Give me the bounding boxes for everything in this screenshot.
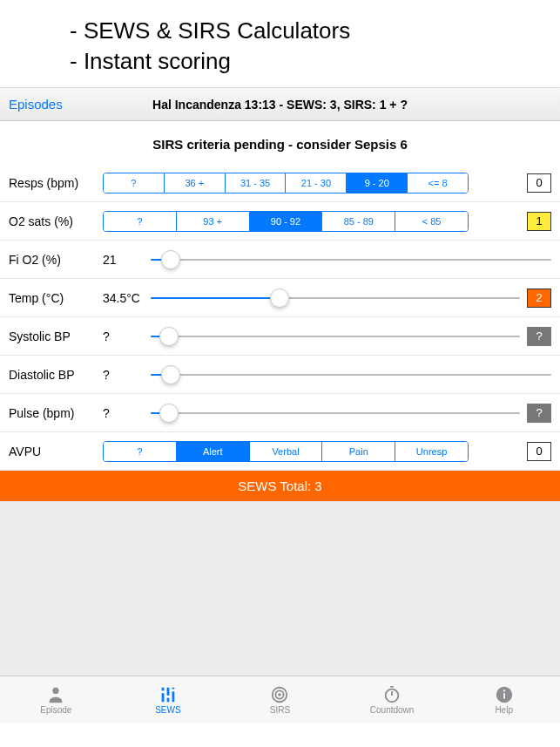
row-pulse: Pulse (bpm) ? ? (0, 394, 560, 432)
seg-option[interactable]: 31 - 35 (226, 173, 287, 193)
slider-thumb[interactable] (161, 365, 180, 384)
seg-option[interactable]: 36 + (165, 173, 226, 193)
temp-label: Temp (°C) (9, 291, 103, 305)
total-bar: SEWS Total: 3 (0, 471, 560, 501)
seg-option[interactable]: 9 - 20 (347, 173, 408, 193)
tab-help[interactable]: Help (448, 676, 560, 723)
tab-label: Help (495, 705, 513, 715)
seg-option[interactable]: <= 8 (408, 173, 468, 193)
svg-point-13 (503, 689, 504, 691)
svg-rect-4 (160, 690, 165, 693)
seg-option[interactable]: ? (104, 173, 165, 193)
avpu-score: 0 (527, 442, 551, 461)
tab-countdown[interactable]: Countdown (336, 676, 449, 723)
diastolic-value: ? (103, 368, 151, 382)
pulse-slider[interactable] (151, 403, 520, 424)
row-diastolic: Diastolic BP ? (0, 356, 560, 394)
tab-label: SEWS (155, 705, 180, 715)
tab-sews[interactable]: SEWS (112, 676, 225, 723)
alert-text: SIRS criteria pending - consider Sepsis … (0, 133, 560, 164)
seg-option[interactable]: < 85 (395, 212, 468, 231)
back-button[interactable]: Episodes (9, 97, 63, 112)
fio2-label: Fi O2 (%) (9, 253, 103, 267)
o2-segmented[interactable]: ?93 +90 - 9285 - 89< 85 (103, 211, 469, 232)
pulse-label: Pulse (bpm) (9, 406, 103, 420)
promo-block: - SEWS & SIRS Calculators - Instant scor… (0, 0, 560, 87)
resps-label: Resps (bpm) (9, 176, 103, 190)
app-frame: Episodes Hal Incandenza 13:13 - SEWS: 3,… (0, 87, 560, 723)
fio2-value: 21 (103, 253, 151, 267)
tab-label: Episode (40, 705, 71, 715)
slider-thumb[interactable] (270, 289, 289, 308)
systolic-value: ? (103, 329, 151, 343)
svg-point-9 (280, 694, 281, 696)
diastolic-slider[interactable] (151, 364, 551, 385)
systolic-slider[interactable] (151, 326, 520, 347)
pulse-score: ? (527, 404, 551, 423)
content-area: SIRS criteria pending - consider Sepsis … (0, 121, 560, 676)
info-icon (494, 685, 515, 704)
avpu-segmented[interactable]: ?AlertVerbalPainUnresp (103, 441, 469, 462)
fio2-slider[interactable] (151, 249, 551, 270)
empty-area (0, 501, 560, 676)
promo-line-2: - Instant scoring (70, 46, 560, 77)
slider-thumb[interactable] (161, 250, 180, 269)
tab-bar: Episode SEWS SIRS Countdown Help (0, 676, 560, 723)
tab-episode[interactable]: Episode (0, 676, 112, 723)
stopwatch-icon (381, 685, 402, 704)
svg-rect-1 (162, 687, 165, 702)
row-resps: Resps (bpm) ?36 +31 - 3521 - 309 - 20<= … (0, 164, 560, 202)
avpu-label: AVPU (9, 445, 103, 458)
nav-bar: Episodes Hal Incandenza 13:13 - SEWS: 3,… (0, 88, 560, 121)
slider-thumb[interactable] (159, 404, 179, 423)
seg-option[interactable]: Unresp (395, 442, 468, 461)
resps-score: 0 (527, 173, 551, 193)
resps-segmented[interactable]: ?36 +31 - 3521 - 309 - 20<= 8 (103, 173, 469, 194)
seg-option[interactable]: Pain (322, 442, 395, 461)
person-icon (45, 685, 66, 704)
seg-option[interactable]: Verbal (250, 442, 323, 461)
target-icon (269, 685, 290, 704)
svg-rect-12 (503, 693, 505, 698)
tab-label: Countdown (370, 705, 415, 715)
svg-rect-6 (171, 689, 176, 691)
sliders-icon (158, 685, 179, 704)
tab-sirs[interactable]: SIRS (224, 676, 336, 723)
diastolic-label: Diastolic BP (9, 368, 103, 382)
row-fio2: Fi O2 (%) 21 (0, 241, 560, 279)
systolic-score: ? (527, 327, 551, 346)
svg-rect-5 (165, 696, 171, 698)
seg-option[interactable]: Alert (177, 442, 250, 461)
pulse-value: ? (103, 406, 151, 420)
seg-option[interactable]: ? (104, 442, 177, 461)
seg-option[interactable]: 21 - 30 (286, 173, 347, 193)
seg-option[interactable]: 93 + (177, 212, 250, 231)
svg-rect-2 (167, 687, 170, 702)
seg-option[interactable]: 90 - 92 (250, 212, 323, 231)
temp-value: 34.5°C (103, 291, 151, 305)
row-o2: O2 sats (%) ?93 +90 - 9285 - 89< 85 1 (0, 202, 560, 241)
systolic-label: Systolic BP (9, 329, 103, 343)
temp-slider[interactable] (151, 288, 520, 309)
row-temp: Temp (°C) 34.5°C 2 (0, 279, 560, 317)
svg-point-0 (53, 687, 59, 693)
nav-title: Hal Incandenza 13:13 - SEWS: 3, SIRS: 1 … (0, 98, 560, 112)
row-avpu: AVPU ?AlertVerbalPainUnresp 0 (0, 432, 560, 471)
o2-label: O2 sats (%) (9, 214, 103, 228)
tab-label: SIRS (270, 705, 290, 715)
slider-thumb[interactable] (159, 327, 179, 346)
temp-score: 2 (527, 289, 551, 308)
row-systolic: Systolic BP ? ? (0, 317, 560, 356)
seg-option[interactable]: 85 - 89 (322, 212, 395, 231)
promo-line-1: - SEWS & SIRS Calculators (70, 16, 560, 46)
seg-option[interactable]: ? (104, 212, 177, 231)
o2-score: 1 (527, 212, 551, 231)
